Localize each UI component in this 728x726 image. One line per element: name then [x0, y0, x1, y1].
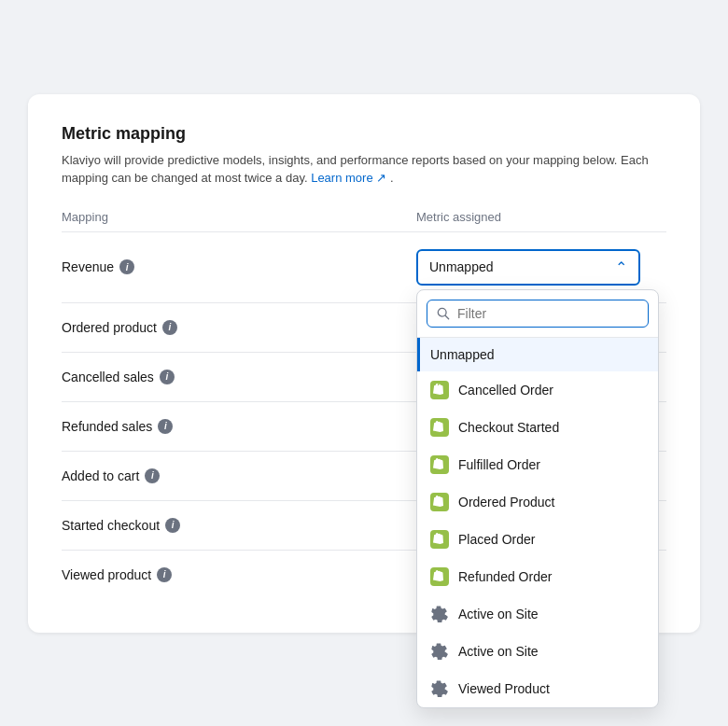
shopify-icon	[430, 567, 449, 586]
dropdown-item-viewed-product[interactable]: Viewed Product	[417, 670, 658, 707]
subtitle: Klaviyo will provide predictive models, …	[62, 151, 666, 188]
gear-icon	[430, 642, 449, 661]
info-icon-cancelled-sales[interactable]: i	[160, 370, 175, 384]
metric-dropdown: Unmapped Cancelled Order Che	[416, 289, 659, 708]
learn-more-link[interactable]: Learn more ↗	[311, 171, 390, 185]
dropdown-item-checkout-started[interactable]: Checkout Started	[417, 409, 658, 446]
shopify-icon	[430, 493, 449, 511]
row-label-refunded-sales: Refunded sales i	[62, 419, 416, 434]
metric-select-revenue[interactable]: Unmapped ⌃	[416, 249, 640, 286]
search-wrapper	[427, 300, 649, 328]
filter-input[interactable]	[457, 306, 638, 321]
row-label-cancelled-sales: Cancelled sales i	[62, 370, 416, 384]
info-icon-revenue[interactable]: i	[119, 259, 134, 274]
row-label-added-to-cart: Added to cart i	[62, 468, 416, 483]
row-label-revenue: Revenue i	[62, 259, 416, 274]
info-icon-ordered-product[interactable]: i	[162, 320, 177, 335]
dropdown-item-ordered-product[interactable]: Ordered Product	[417, 483, 658, 521]
row-label-viewed-product: Viewed product i	[62, 567, 416, 582]
col-mapping-header: Mapping	[62, 210, 416, 224]
gear-icon	[430, 605, 449, 623]
shopify-icon	[430, 418, 449, 437]
info-icon-added-to-cart[interactable]: i	[145, 468, 160, 483]
dropdown-item-cancelled-order[interactable]: Cancelled Order	[417, 371, 658, 409]
dropdown-item-active-on-site-1[interactable]: Active on Site	[417, 595, 658, 633]
info-icon-viewed-product[interactable]: i	[157, 567, 172, 582]
dropdown-item-active-on-site-2[interactable]: Active on Site	[417, 633, 658, 670]
dropdown-search-area	[417, 290, 658, 338]
dropdown-item-unmapped[interactable]: Unmapped	[417, 338, 658, 371]
chevron-up-icon: ⌃	[615, 258, 627, 276]
gear-icon	[430, 679, 449, 698]
info-icon-refunded-sales[interactable]: i	[158, 419, 173, 434]
row-metric-revenue: Unmapped ⌃ Unmapped	[416, 249, 666, 286]
metric-mapping-card: Metric mapping Klaviyo will provide pred…	[28, 94, 700, 633]
dropdown-item-refunded-order[interactable]: Refunded Order	[417, 558, 658, 595]
table-row: Revenue i Unmapped ⌃	[62, 232, 666, 303]
table-header: Mapping Metric assigned	[62, 210, 666, 232]
col-metric-header: Metric assigned	[416, 210, 666, 224]
shopify-icon	[430, 381, 449, 399]
shopify-icon	[430, 530, 449, 549]
shopify-icon	[430, 455, 449, 474]
page-title: Metric mapping	[62, 124, 666, 144]
dropdown-item-fulfilled-order[interactable]: Fulfilled Order	[417, 446, 658, 483]
info-icon-started-checkout[interactable]: i	[165, 518, 180, 533]
search-icon	[437, 307, 450, 320]
row-label-started-checkout: Started checkout i	[62, 518, 416, 533]
svg-line-1	[445, 315, 449, 319]
dropdown-item-placed-order[interactable]: Placed Order	[417, 521, 658, 558]
row-label-ordered-product: Ordered product i	[62, 320, 416, 335]
